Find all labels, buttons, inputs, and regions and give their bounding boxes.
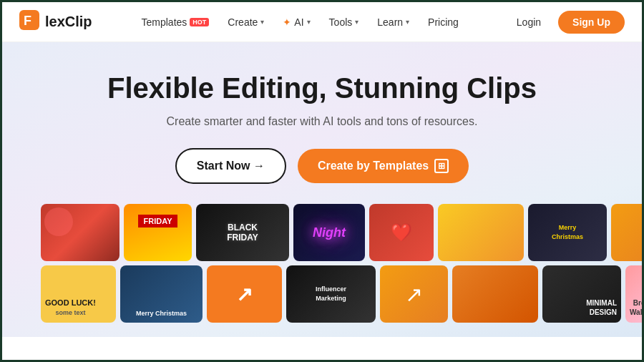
- start-now-button[interactable]: Start Now →: [175, 148, 286, 184]
- svg-text:F: F: [24, 14, 31, 28]
- gallery-row-2: GOOD LUCK!some text Merry Christmas ↗ In…: [41, 265, 603, 323]
- logo-flex: F: [19, 10, 39, 34]
- gallery-item-orange-texture: [452, 265, 538, 323]
- gallery-item-red: ❤️: [369, 204, 434, 261]
- gallery-item-orange-arrow: ↗: [380, 265, 448, 323]
- gallery-item-black-friday: BLACKFRIDAY: [196, 204, 289, 261]
- nav-templates-label: Templates: [142, 16, 187, 28]
- hero-subtitle: Create smarter and faster with AI tools …: [19, 115, 625, 128]
- nav-tools[interactable]: Tools ▾: [322, 12, 366, 32]
- nav-templates-badge: HOT: [190, 18, 209, 26]
- gallery-item-influencer: InfluencerMarketing: [286, 265, 376, 323]
- template-icon: ⊞: [434, 159, 449, 173]
- gallery-item-cat: [611, 204, 644, 261]
- gallery-item-christmas: MerryChristmas: [528, 204, 607, 261]
- gallery-item-good-luck: GOOD LUCK!some text: [41, 265, 116, 323]
- logo-text: lexClip: [45, 14, 92, 30]
- nav-create[interactable]: Create ▾: [220, 12, 271, 32]
- gallery: FRIDAY BLACKFRIDAY Night ❤️: [19, 204, 625, 323]
- nav-tools-chevron: ▾: [355, 18, 358, 26]
- signup-button[interactable]: Sign Up: [558, 11, 625, 34]
- gallery-item-arrows: ↗: [207, 265, 282, 323]
- page-wrapper: F lexClip Templates HOT Create ▾ ✦ AI ▾ …: [0, 0, 644, 362]
- nav-learn-chevron: ▾: [406, 18, 409, 26]
- gallery-item-christmas-man: Merry Christmas: [120, 265, 203, 323]
- logo[interactable]: F lexClip: [19, 10, 92, 34]
- nav-actions: Login Sign Up: [508, 11, 625, 34]
- navbar: F lexClip Templates HOT Create ▾ ✦ AI ▾ …: [2, 2, 642, 42]
- gallery-item-strawberry: [41, 204, 119, 261]
- login-button[interactable]: Login: [508, 12, 550, 32]
- nav-links: Templates HOT Create ▾ ✦ AI ▾ Tools ▾ Le…: [135, 12, 466, 32]
- nav-learn[interactable]: Learn ▾: [370, 12, 416, 32]
- nav-pricing[interactable]: Pricing: [421, 12, 466, 32]
- nav-ai-chevron: ▾: [307, 18, 311, 26]
- hero-section: Flexible Editing, Stunning Clips Create …: [2, 42, 642, 337]
- gallery-item-friday: FRIDAY: [124, 204, 192, 261]
- gallery-item-minimal: MINIMALDESIGN: [542, 265, 621, 323]
- nav-create-label: Create: [228, 16, 258, 28]
- hero-buttons: Start Now → Create by Templates ⊞: [19, 148, 625, 184]
- hero-title: Flexible Editing, Stunning Clips: [19, 71, 625, 105]
- gallery-row-1: FRIDAY BLACKFRIDAY Night ❤️: [41, 204, 603, 261]
- nav-learn-label: Learn: [377, 16, 403, 28]
- gallery-item-night: Night: [293, 204, 365, 261]
- nav-templates[interactable]: Templates HOT: [135, 12, 217, 32]
- gallery-item-cocktail: [438, 204, 524, 261]
- nav-create-chevron: ▾: [260, 18, 264, 26]
- nav-pricing-label: Pricing: [428, 16, 459, 28]
- create-by-templates-label: Create by Templates: [318, 160, 429, 172]
- create-by-templates-button[interactable]: Create by Templates ⊞: [298, 149, 469, 183]
- gallery-item-person: BrettWalton: [625, 265, 644, 323]
- ai-star-icon: ✦: [283, 16, 291, 28]
- nav-ai[interactable]: ✦ AI ▾: [275, 12, 317, 32]
- nav-tools-label: Tools: [329, 16, 353, 28]
- nav-ai-label: AI: [294, 16, 303, 28]
